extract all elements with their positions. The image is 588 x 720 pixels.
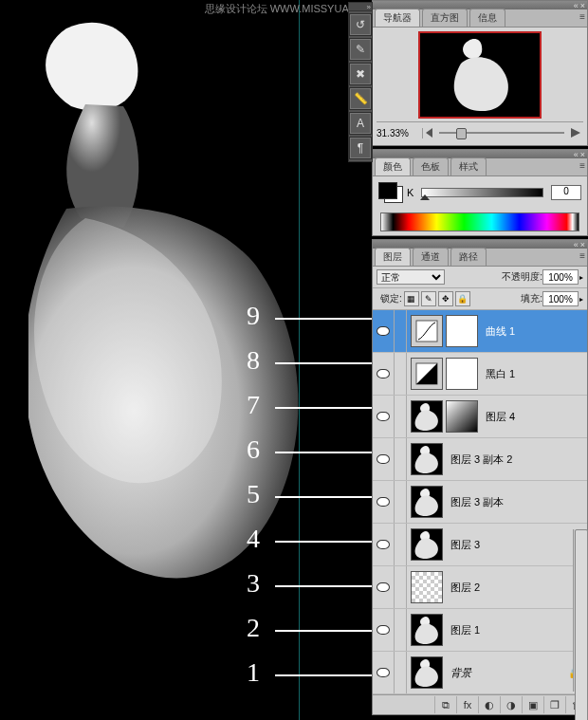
tab-styles[interactable]: 样式 [450, 157, 487, 175]
layer-name[interactable]: 背景 [450, 666, 471, 680]
tab-paths[interactable]: 路径 [450, 248, 487, 266]
annotation-number: 7 [247, 390, 260, 420]
layer-row[interactable]: 图层 2 [373, 566, 587, 609]
paragraph-icon[interactable]: ¶ [349, 137, 372, 159]
panel-collapse-icon[interactable]: « [574, 1, 579, 10]
zoom-out-icon[interactable] [426, 128, 432, 138]
panel-menu-icon[interactable]: ≡ [579, 250, 585, 261]
spectrum-ramp[interactable] [380, 212, 579, 231]
panel-menu-icon[interactable]: ≡ [579, 160, 585, 171]
group-icon[interactable]: ▣ [522, 696, 543, 713]
layer-row[interactable]: 图层 3 副本 2 [373, 438, 587, 481]
visibility-toggle[interactable] [373, 310, 395, 352]
link-column[interactable] [395, 481, 407, 523]
layer-row[interactable]: 曲线 1 [373, 310, 587, 353]
blend-mode-select[interactable]: 正常 [377, 269, 445, 285]
layer-name[interactable]: 曲线 1 [486, 324, 515, 339]
link-column[interactable] [395, 396, 407, 437]
lock-position-icon[interactable]: ✥ [438, 291, 453, 306]
visibility-toggle[interactable] [373, 566, 395, 608]
annotation-number: 6 [247, 434, 260, 465]
layer-row[interactable]: 图层 1 [373, 609, 587, 652]
lock-pixels-icon[interactable]: ✎ [421, 291, 436, 306]
tab-channels[interactable]: 通道 [413, 248, 449, 266]
eye-icon [377, 326, 390, 336]
zoom-slider[interactable] [439, 132, 564, 134]
chevron-right-icon[interactable]: ▸ [579, 295, 583, 304]
visibility-toggle[interactable] [373, 353, 395, 395]
visibility-toggle[interactable] [373, 438, 395, 480]
panel-close-icon[interactable]: × [580, 1, 585, 10]
layer-name[interactable]: 图层 4 [486, 410, 515, 424]
layer-row[interactable]: 图层 4 [373, 396, 587, 438]
ruler-guide[interactable] [299, 0, 300, 720]
tab-info[interactable]: 信息 [469, 9, 505, 27]
layers-scrollbar[interactable] [573, 529, 587, 692]
panel-close-icon[interactable]: × [580, 240, 585, 249]
panel-collapse-icon[interactable]: « [574, 150, 579, 159]
eye-icon [377, 582, 390, 592]
k-value-input[interactable]: 0 [551, 185, 581, 200]
navigator-thumbnail[interactable] [418, 31, 542, 119]
panel-close-icon[interactable]: × [580, 150, 585, 159]
ruler-icon[interactable]: 📏 [349, 87, 372, 110]
zoom-value[interactable]: 31.33% [377, 128, 423, 138]
character-icon[interactable]: A [349, 112, 372, 135]
panel-collapse-icon[interactable]: « [574, 240, 579, 249]
tab-color[interactable]: 颜色 [375, 157, 411, 175]
link-column[interactable] [395, 438, 407, 480]
layer-name[interactable]: 图层 3 副本 2 [450, 452, 512, 467]
layer-mask-thumbnail[interactable] [446, 315, 478, 347]
tooloptions-icon[interactable]: ✖ [349, 63, 372, 85]
lock-all-icon[interactable]: 🔒 [455, 291, 470, 306]
layer-name[interactable]: 图层 3 [450, 538, 480, 552]
tab-histogram[interactable]: 直方图 [422, 9, 468, 27]
eye-icon [377, 412, 390, 421]
visibility-toggle[interactable] [373, 481, 395, 523]
link-column[interactable] [395, 652, 407, 693]
mask-icon[interactable]: ◐ [478, 696, 500, 713]
layer-name[interactable]: 图层 3 副本 [450, 495, 504, 509]
link-column[interactable] [395, 353, 407, 395]
layer-row[interactable]: 黑白 1 [373, 353, 587, 396]
chevron-right-icon[interactable]: ▸ [579, 273, 583, 282]
layer-row[interactable]: 图层 3 [373, 524, 587, 566]
eye-icon [377, 497, 390, 507]
zoom-in-icon[interactable] [571, 128, 580, 138]
panel-menu-icon[interactable]: ≡ [579, 11, 585, 22]
link-icon[interactable]: ⧉ [434, 696, 456, 713]
layer-name[interactable]: 黑白 1 [486, 367, 515, 381]
fx-icon[interactable]: fx [456, 696, 478, 713]
lock-transparency-icon[interactable]: ▦ [404, 291, 419, 306]
tab-navigator[interactable]: 导航器 [375, 9, 420, 27]
history-icon[interactable]: ↺ [349, 13, 372, 36]
curves-adjustment-icon [411, 315, 443, 347]
new-layer-icon[interactable]: ❐ [543, 696, 565, 713]
expand-icon[interactable]: » [367, 3, 371, 11]
fill-input[interactable]: 100% [542, 291, 579, 306]
annotation-number: 1 [247, 657, 260, 688]
layer-row[interactable]: 背景🔒 [373, 652, 587, 694]
eye-icon [377, 540, 390, 549]
opacity-input[interactable]: 100% [542, 269, 579, 285]
visibility-toggle[interactable] [373, 652, 395, 693]
link-column[interactable] [395, 310, 407, 352]
link-column[interactable] [395, 609, 407, 651]
tab-layers[interactable]: 图层 [375, 248, 411, 266]
visibility-toggle[interactable] [373, 396, 395, 437]
brush-icon[interactable]: ✎ [349, 38, 372, 61]
layer-mask-thumbnail[interactable] [446, 400, 478, 433]
layer-name[interactable]: 图层 2 [450, 581, 480, 595]
layer-row[interactable]: 图层 3 副本 [373, 481, 587, 524]
layer-name[interactable]: 图层 1 [450, 623, 480, 637]
visibility-toggle[interactable] [373, 524, 395, 565]
annotation-number: 9 [247, 301, 260, 331]
tab-swatches[interactable]: 色板 [413, 157, 449, 175]
adjustment-icon[interactable]: ◑ [500, 696, 522, 713]
layer-mask-thumbnail[interactable] [446, 358, 478, 390]
link-column[interactable] [395, 566, 407, 608]
foreground-background-swatch[interactable] [378, 182, 403, 203]
link-column[interactable] [395, 524, 407, 565]
k-slider[interactable] [421, 188, 543, 197]
visibility-toggle[interactable] [373, 609, 395, 651]
